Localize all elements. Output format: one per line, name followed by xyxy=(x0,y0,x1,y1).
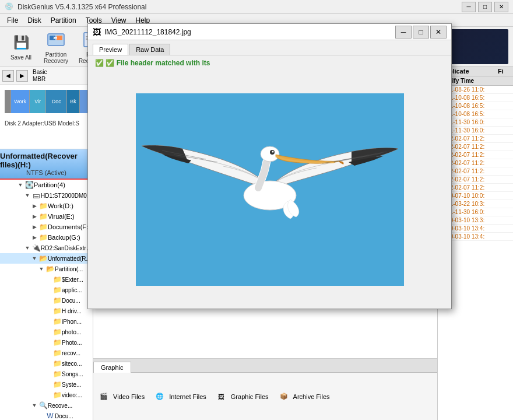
internet-files-icon: 🌐 xyxy=(154,391,166,402)
tree-panel[interactable]: ▼ 💽 Partition(4) ▼ 🖴 HD1:ST2000DM0... ▶ … xyxy=(0,180,93,420)
disk-nav: ◀ ▶ Basic MBR xyxy=(0,66,93,85)
nav-forward-button[interactable]: ▶ xyxy=(16,70,28,82)
tree-item-recovery[interactable]: ▼ 🔍 Recove... xyxy=(0,400,93,411)
folder-icon: 📁 xyxy=(52,275,62,284)
partition-recovery-icon xyxy=(45,29,66,50)
folder-icon: 📁 xyxy=(52,359,62,368)
ft-internet-files[interactable]: 🌐 Internet Files xyxy=(154,391,206,402)
modal-maximize-button[interactable]: □ xyxy=(413,26,429,38)
app-title: DiskGenius V5.4.3.1325 x64 Professional xyxy=(17,3,462,11)
tree-item[interactable]: 📁 photo... xyxy=(0,327,93,337)
disk-info: Disk 2 Adapter:USB Model:S xyxy=(0,118,93,130)
folder-icon: 📁 xyxy=(52,306,62,316)
modal-tab-preview[interactable]: Preview xyxy=(93,44,128,55)
save-all-icon: 💾 xyxy=(10,32,31,53)
left-panel: ◀ ▶ Basic MBR Work Vir Doc Bk Disk 2 Ada… xyxy=(0,66,93,420)
tree-item[interactable]: ▶ 📁 Work(D:) xyxy=(0,201,93,211)
partition-header: Unformatted(Recover files)(H:) NTFS (Act… xyxy=(0,149,93,180)
folder-icon: 📁 xyxy=(52,380,62,389)
partition-recovery-button[interactable]: PartitionRecovery xyxy=(40,26,72,67)
graphic-files-icon: 🖼 xyxy=(216,391,227,402)
tree-item[interactable]: 📁 recov... xyxy=(0,348,93,358)
file-type-list: 🎬 Video Files 🌐 Internet Files 🖼 Graphic… xyxy=(93,373,437,420)
folder-icon: 📁 xyxy=(52,296,62,305)
nav-back-button[interactable]: ◀ xyxy=(2,70,14,82)
tree-item[interactable]: 📁 video:... xyxy=(0,390,93,400)
tree-item[interactable]: ▼ 💽 Partition(4) xyxy=(0,180,93,190)
menu-partition[interactable]: Partition xyxy=(46,15,81,26)
maximize-button[interactable]: □ xyxy=(478,2,492,12)
bottom-bar: Graphic 🎬 Video Files 🌐 Internet Files 🖼 xyxy=(93,358,437,420)
menu-file[interactable]: File xyxy=(2,15,23,26)
modal-titlebar: 🖼 IMG_20211112_181842.jpg ─ □ ✕ xyxy=(88,24,451,40)
tree-item[interactable]: 📁 iPhon... xyxy=(0,316,93,327)
modal-minimize-button[interactable]: ─ xyxy=(395,26,412,38)
app-icon: 💿 xyxy=(5,2,14,12)
folder-icon: 📁 xyxy=(38,201,48,211)
archive-files-icon: 📦 xyxy=(278,391,290,402)
tree-item[interactable]: ▶ 📁 Virual(E:) xyxy=(0,211,93,222)
ft-video-files[interactable]: 🎬 Video Files xyxy=(98,391,145,402)
modal-status: ✅ ✅ File header matched with its xyxy=(88,55,451,71)
folder-icon: 📁 xyxy=(52,338,62,347)
svg-rect-2 xyxy=(57,36,62,40)
modal-close-button[interactable]: ✕ xyxy=(430,26,447,38)
tree-item[interactable]: ▼ 🖴 HD1:ST2000DM0... xyxy=(0,190,93,201)
folder-icon: 📁 xyxy=(52,369,62,379)
preview-modal: 🖼 IMG_20211112_181842.jpg ─ □ ✕ Preview … xyxy=(87,23,452,309)
modal-tabs: Preview Raw Data xyxy=(88,40,451,55)
modal-controls: ─ □ ✕ xyxy=(395,26,447,38)
folder-icon: 📁 xyxy=(52,390,62,400)
tree-item[interactable]: 📁 $Exter... xyxy=(0,274,93,285)
folder-icon: 📁 xyxy=(38,233,48,242)
tree-item[interactable]: ▼ 📂 Partition(... xyxy=(0,264,93,274)
tree-item[interactable]: 📁 applic... xyxy=(0,285,93,295)
folder-icon: 📁 xyxy=(52,348,62,358)
unformatted-icon: 📂 xyxy=(38,254,48,263)
fi-header[interactable]: Fi xyxy=(496,66,513,76)
hdd-icon: 🖴 xyxy=(31,191,41,200)
save-all-button[interactable]: 💾 Save All xyxy=(5,29,37,64)
tree-item[interactable]: 📁 Songs... xyxy=(0,369,93,379)
tree-item[interactable]: 📁 Docu... xyxy=(0,295,93,306)
word-icon: W xyxy=(45,411,55,420)
close-button[interactable]: ✕ xyxy=(494,2,508,12)
tree-item[interactable]: ▶ 📁 Documents(F:) xyxy=(0,222,93,232)
usb-drive-icon: 🔌 xyxy=(31,243,41,253)
folder-icon: 📁 xyxy=(52,285,62,295)
modal-image-area xyxy=(88,71,451,309)
disk-label: Basic MBR xyxy=(30,68,49,84)
modal-tab-raw-data[interactable]: Raw Data xyxy=(129,44,170,55)
title-bar: 💿 DiskGenius V5.4.3.1325 x64 Professiona… xyxy=(0,0,513,14)
menu-disk[interactable]: Disk xyxy=(23,15,45,26)
tree-item-doc[interactable]: W Docu... xyxy=(0,411,93,420)
file-type-tabs: Graphic xyxy=(93,359,437,373)
tree-item-selected[interactable]: ▼ 📂 Unformatted(R... xyxy=(0,253,93,264)
pelican-image xyxy=(136,93,404,286)
tab-graphic[interactable]: Graphic xyxy=(93,362,131,373)
svg-point-23 xyxy=(272,151,273,153)
window-controls: ─ □ ✕ xyxy=(462,2,508,12)
ft-archive-files[interactable]: 📦 Archive Files xyxy=(278,391,330,402)
disk-icon: 💽 xyxy=(24,180,34,190)
partition-recovery-label: PartitionRecovery xyxy=(44,51,68,64)
modal-title-text: IMG_20211112_181842.jpg xyxy=(104,28,395,36)
modal-title-icon: 🖼 xyxy=(93,27,101,37)
svg-point-21 xyxy=(261,146,279,162)
disk-map-bar: Work Vir Doc Bk xyxy=(5,90,88,113)
partition-icon: 📂 xyxy=(45,264,55,274)
tree-item[interactable]: 📁 Photo... xyxy=(0,337,93,348)
recovery-icon: 🔍 xyxy=(38,401,48,410)
video-files-icon: 🎬 xyxy=(98,391,110,402)
tree-item[interactable]: ▶ 📁 Backup(G:) xyxy=(0,232,93,243)
folder-icon: 📁 xyxy=(52,327,62,337)
ft-graphic-files[interactable]: 🖼 Graphic Files xyxy=(216,391,269,402)
tree-item[interactable]: 📁 Syste... xyxy=(0,379,93,390)
save-all-label: Save All xyxy=(10,54,31,61)
tree-item[interactable]: 📁 H driv... xyxy=(0,306,93,316)
partition-name: Unformatted(Recover files)(H:) xyxy=(0,152,93,169)
tree-item[interactable]: ▼ 🔌 RD2:SanDiskExtre... xyxy=(0,243,93,253)
tree-item[interactable]: 📁 siteco... xyxy=(0,358,93,369)
disk-map: Work Vir Doc Bk Disk 2 Adapter:USB Model… xyxy=(0,85,93,149)
minimize-button[interactable]: ─ xyxy=(462,2,476,12)
